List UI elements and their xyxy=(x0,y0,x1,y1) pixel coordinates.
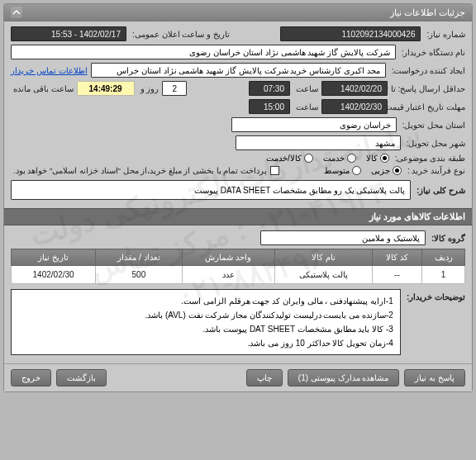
announce-date-label: تاریخ و ساعت اعلان عمومی: xyxy=(130,30,230,39)
cell-qty: 500 xyxy=(96,266,182,284)
panel-header: جزئیات اطلاعات نیاز xyxy=(4,4,472,21)
proc-type-label: نوع فرآیند خرید : xyxy=(405,166,465,175)
panel-body: شماره نیاز: 1102092134000426 تاریخ و ساع… xyxy=(4,21,472,208)
col-idx: ردیف xyxy=(422,249,465,266)
cell-unit: عدد xyxy=(182,266,274,284)
buyer-notes-label: توضیحات خریدار: xyxy=(404,289,465,301)
category-label: طبقه بندی موضوعی: xyxy=(393,154,465,163)
category-goods-label: کالا xyxy=(366,154,378,163)
col-qty: تعداد / مقدار xyxy=(96,249,182,266)
table-header-row: ردیف کد کالا نام کالا واحد شمارش تعداد /… xyxy=(12,249,465,266)
treasury-checkbox[interactable] xyxy=(270,166,279,175)
cell-date: 1402/02/30 xyxy=(12,266,96,284)
cell-name: پالت پلاستیکی xyxy=(274,266,372,284)
table-row[interactable]: 1 -- پالت پلاستیکی عدد 500 1402/02/30 xyxy=(12,266,465,284)
category-both-radio[interactable]: کالا/خدمت xyxy=(266,154,313,163)
panel-title: جزئیات اطلاعات نیاز xyxy=(390,7,465,18)
proc-medium-radio[interactable]: متوسط xyxy=(324,166,361,175)
exit-button[interactable]: خروج xyxy=(11,369,51,386)
city-value: مشهد xyxy=(236,135,401,150)
col-date: تاریخ نیاز xyxy=(12,249,96,266)
proc-minor-radio[interactable]: جزیی xyxy=(371,166,402,175)
cell-code: -- xyxy=(372,266,421,284)
footer-bar: پاسخ به نیاز مشاهده مدارک پیوستی (1) چاپ… xyxy=(4,363,472,391)
proc-medium-label: متوسط xyxy=(324,166,350,175)
treasury-note: پرداخت تمام یا بخشی از مبلغ خرید،از محل … xyxy=(11,166,267,175)
province-value: خراسان رضوی xyxy=(231,117,397,132)
group-label: گروه کالا: xyxy=(429,234,465,243)
buyer-value: شرکت پالایش گاز شهید هاشمی نژاد استان خر… xyxy=(11,45,396,59)
cell-idx: 1 xyxy=(422,266,465,284)
col-code: کد کالا xyxy=(372,249,421,266)
announce-date-value: 1402/02/17 - 15:53 xyxy=(11,26,126,41)
time-label-2: ساعت xyxy=(293,102,318,111)
radio-icon xyxy=(347,154,356,163)
days-remaining: 2 xyxy=(162,81,187,96)
category-goods-radio[interactable]: کالا xyxy=(366,154,389,163)
radio-icon xyxy=(352,166,361,175)
validity-date-value: 1402/02/30 xyxy=(321,99,388,114)
reply-deadline-label: حداقل ارسال پاسخ: تا تاریخ: xyxy=(391,84,465,93)
chevron-up-icon[interactable] xyxy=(11,7,22,18)
category-service-label: خدمت xyxy=(323,154,345,163)
remaining-label: ساعت باقی مانده xyxy=(11,84,74,93)
countdown-timer: 14:49:29 xyxy=(77,81,135,96)
province-label: استان محل تحویل: xyxy=(400,121,465,130)
reply-button[interactable]: پاسخ به نیاز xyxy=(404,369,465,386)
city-label: شهر محل تحویل: xyxy=(404,139,465,148)
attachments-button[interactable]: مشاهده مدارک پیوستی (1) xyxy=(288,369,400,386)
category-service-radio[interactable]: خدمت xyxy=(323,154,356,163)
group-value: پلاستیک و ملامین xyxy=(260,230,426,245)
col-name: نام کالا xyxy=(274,249,372,266)
radio-icon xyxy=(380,154,389,163)
proc-minor-label: جزیی xyxy=(371,166,390,175)
items-table: ردیف کد کالا نام کالا واحد شمارش تعداد /… xyxy=(11,249,465,284)
validity-time-value: 15:00 xyxy=(249,99,290,114)
creator-label: ایجاد کننده درخواست: xyxy=(389,66,465,75)
buyer-notes-value: 1-ارایه پیشنهادفنی ، مالی وایران کد جهت … xyxy=(11,289,401,355)
category-both-label: کالا/خدمت xyxy=(266,154,302,163)
need-number-value: 1102092134000426 xyxy=(280,26,421,41)
col-unit: واحد شمارش xyxy=(182,249,274,266)
creator-value: مجد اکبری کارشناس خرید شرکت پالایش گاز ش… xyxy=(91,63,386,78)
radio-icon xyxy=(304,154,313,163)
summary-label: شرح کلی نیاز: xyxy=(414,186,465,195)
day-word: روز و xyxy=(138,84,159,93)
print-button[interactable]: چاپ xyxy=(246,369,283,386)
detail-panel: جزئیات اطلاعات نیاز شماره نیاز: 11020921… xyxy=(3,3,473,392)
need-number-label: شماره نیاز: xyxy=(424,30,465,39)
reply-date-value: 1402/02/20 xyxy=(321,81,388,96)
back-button[interactable]: بازگشت xyxy=(56,369,107,386)
validity-label: مهلت تاریخ اعتبار قیمت: تا تاریخ: xyxy=(391,102,465,111)
items-section-header: اطلاعات کالاهای مورد نیاز xyxy=(4,208,472,225)
time-label-1: ساعت xyxy=(293,84,318,93)
summary-value: پالت پلاستیکی یک رو مطابق مشخصات DATA SH… xyxy=(11,180,411,200)
buyer-label: نام دستگاه خریدار: xyxy=(399,48,465,57)
buyer-contact-link[interactable]: اطلاعات تماس خریدار xyxy=(11,66,88,75)
reply-time-value: 07:30 xyxy=(249,81,290,96)
radio-icon xyxy=(393,166,402,175)
